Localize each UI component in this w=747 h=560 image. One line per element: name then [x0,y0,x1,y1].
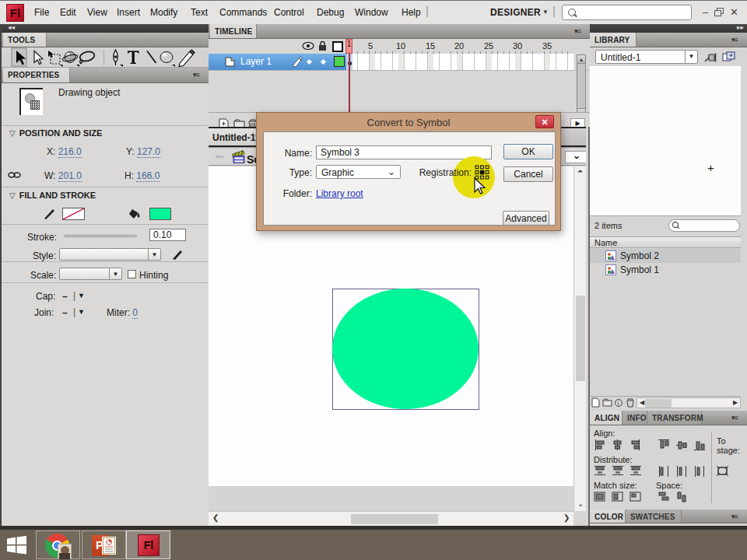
svg-text:i: i [618,400,619,407]
